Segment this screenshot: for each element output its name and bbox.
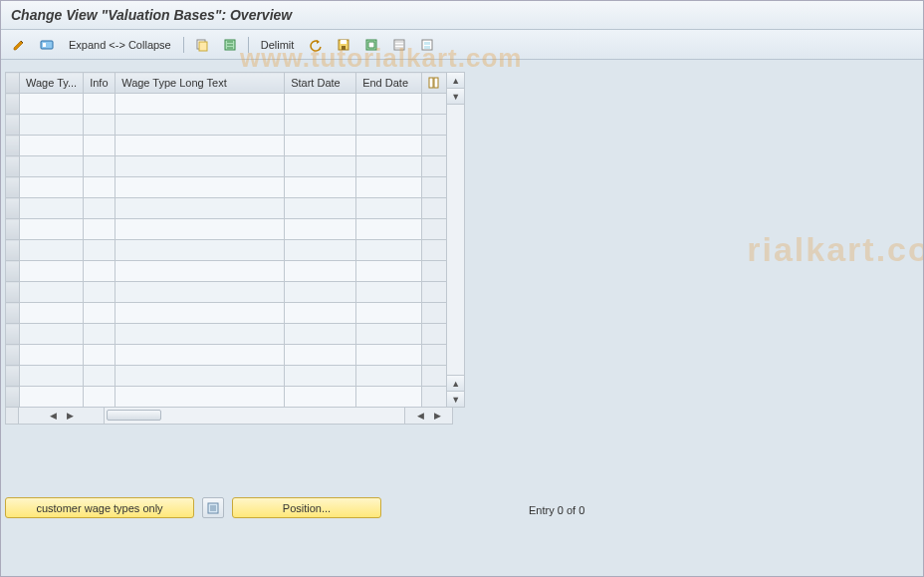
table-cell[interactable] (356, 324, 422, 345)
save-icon[interactable] (332, 35, 355, 55)
table-cell[interactable] (20, 303, 84, 324)
col-long-text[interactable]: Wage Type Long Text (116, 73, 285, 94)
vertical-scrollbar[interactable]: ▲ ▼ ▲ ▼ (447, 72, 465, 408)
table-cell[interactable] (84, 198, 116, 219)
valuation-table[interactable]: Wage Ty... Info Wage Type Long Text Star… (5, 72, 447, 408)
table-cell[interactable] (84, 303, 116, 324)
table-row[interactable] (6, 94, 447, 115)
table-cell[interactable] (356, 94, 422, 115)
table-cell[interactable] (84, 136, 116, 156)
col-wage-type[interactable]: Wage Ty... (20, 73, 84, 94)
table-cell[interactable] (20, 282, 84, 303)
customer-wage-types-button[interactable]: customer wage types only (5, 497, 194, 518)
table-cell[interactable] (84, 240, 116, 261)
position-button[interactable]: Position... (232, 497, 381, 518)
change-icon[interactable] (7, 35, 31, 55)
table-row[interactable] (6, 282, 447, 303)
table-cell[interactable] (20, 261, 84, 282)
table-cell[interactable] (116, 177, 285, 198)
table-row[interactable] (6, 156, 447, 177)
table-row[interactable] (6, 198, 447, 219)
table-cell[interactable] (356, 177, 422, 198)
delimit-label[interactable]: Delimit (255, 39, 301, 51)
table-cell[interactable] (356, 156, 422, 177)
scroll-down-icon[interactable]: ▼ (447, 89, 464, 105)
table-cell[interactable] (356, 219, 422, 240)
table-cell[interactable] (356, 345, 422, 366)
table-cell[interactable] (356, 387, 422, 408)
hscroll-track[interactable] (105, 408, 405, 425)
col-start-date[interactable]: Start Date (285, 73, 356, 94)
table-cell[interactable] (356, 115, 422, 136)
table-cell[interactable] (285, 387, 356, 408)
scroll-left-icon[interactable]: ◀ (46, 409, 61, 424)
table-cell[interactable] (285, 282, 356, 303)
row-header[interactable] (6, 303, 20, 324)
row-header[interactable] (6, 366, 20, 387)
table-row[interactable] (6, 136, 447, 156)
table-cell[interactable] (20, 219, 84, 240)
print-icon[interactable] (415, 35, 439, 55)
table-cell[interactable] (285, 136, 356, 156)
table-cell[interactable] (84, 115, 116, 136)
table-cell[interactable] (116, 303, 285, 324)
row-header[interactable] (6, 198, 20, 219)
table-cell[interactable] (285, 156, 356, 177)
table-cell[interactable] (20, 136, 84, 156)
table-row[interactable] (6, 219, 447, 240)
table-row[interactable] (6, 324, 447, 345)
row-header[interactable] (6, 240, 20, 261)
table-cell[interactable] (116, 156, 285, 177)
table-cell[interactable] (84, 261, 116, 282)
table-row[interactable] (6, 345, 447, 366)
row-header[interactable] (6, 345, 20, 366)
row-header[interactable] (6, 177, 20, 198)
table-cell[interactable] (356, 366, 422, 387)
table-row[interactable] (6, 261, 447, 282)
row-header[interactable] (6, 156, 20, 177)
table-row[interactable] (6, 366, 447, 387)
row-header[interactable] (6, 282, 20, 303)
table-cell[interactable] (285, 345, 356, 366)
select-all-icon[interactable] (218, 35, 242, 55)
scroll-down2-icon[interactable]: ▼ (447, 391, 464, 407)
table-cell[interactable] (20, 387, 84, 408)
table-cell[interactable] (285, 219, 356, 240)
table-row[interactable] (6, 387, 447, 408)
table-cell[interactable] (20, 156, 84, 177)
row-header[interactable] (6, 115, 20, 136)
table-cell[interactable] (20, 115, 84, 136)
table-cell[interactable] (285, 240, 356, 261)
table-cell[interactable] (285, 94, 356, 115)
table-cell[interactable] (20, 177, 84, 198)
hscroll-thumb[interactable] (107, 410, 161, 421)
position-icon-button[interactable] (202, 497, 224, 518)
scroll-right-icon[interactable]: ▶ (63, 409, 78, 424)
table-cell[interactable] (356, 198, 422, 219)
table-cell[interactable] (20, 198, 84, 219)
table-cell[interactable] (84, 156, 116, 177)
other-view-icon[interactable] (35, 35, 59, 55)
table-cell[interactable] (84, 345, 116, 366)
table-cell[interactable] (356, 261, 422, 282)
table-cell[interactable] (84, 324, 116, 345)
table-cell[interactable] (356, 136, 422, 156)
row-header[interactable] (6, 387, 20, 408)
table-cell[interactable] (20, 345, 84, 366)
table-cell[interactable] (84, 177, 116, 198)
copy-icon[interactable] (190, 35, 214, 55)
row-header-corner[interactable] (6, 73, 20, 94)
col-info[interactable]: Info (84, 73, 116, 94)
scroll-left2-icon[interactable]: ◀ (413, 409, 428, 424)
row-header[interactable] (6, 324, 20, 345)
hscroll-left-group[interactable]: ◀ ▶ (19, 408, 105, 425)
table-cell[interactable] (116, 261, 285, 282)
table-cell[interactable] (116, 282, 285, 303)
table-cell[interactable] (285, 303, 356, 324)
table-cell[interactable] (116, 345, 285, 366)
table-cell[interactable] (356, 282, 422, 303)
table-cell[interactable] (356, 240, 422, 261)
table-cell[interactable] (285, 198, 356, 219)
table-cell[interactable] (84, 366, 116, 387)
table-cell[interactable] (116, 387, 285, 408)
